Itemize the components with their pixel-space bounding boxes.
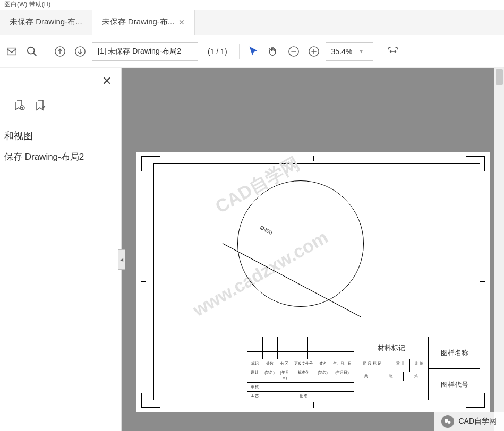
sidebar: ✕ 和视图 保存 Drawing-布局2 — [0, 68, 122, 431]
frame-corner — [484, 156, 485, 171]
tb-label: 第 — [404, 372, 428, 381]
drawing-number-label: 图样代号 — [429, 369, 480, 400]
chevron-down-icon: ▼ — [358, 48, 364, 54]
circle-shape — [237, 180, 364, 307]
tb-label: 张 — [379, 372, 404, 381]
tb-label: (年月日) — [330, 368, 354, 382]
tb-label: 共 — [354, 372, 379, 381]
center-tick — [313, 402, 314, 408]
frame-corner — [141, 156, 142, 171]
document-title: [1] 未保存 Drawing-布局2 — [98, 47, 181, 56]
tb-label: 年、月、日 — [330, 359, 354, 368]
tb-label: 重 量 — [391, 359, 410, 368]
up-arrow-icon[interactable] — [52, 43, 69, 60]
tb-label: 分 区 — [277, 359, 292, 368]
tab-label: 未保存 Drawing-布... — [10, 17, 82, 27]
fit-width-icon[interactable] — [385, 43, 402, 60]
center-tick — [480, 281, 485, 282]
close-icon[interactable]: ✕ — [178, 18, 185, 27]
pan-hand-icon[interactable] — [265, 43, 282, 60]
zoom-value: 35.4% — [331, 47, 353, 56]
frame-corner — [141, 407, 160, 408]
tb-label: 更改文件号 — [292, 359, 315, 368]
tb-label: 阶 段 标 记 — [354, 359, 391, 368]
page-counter: (1 / 1) — [201, 47, 234, 56]
divider — [379, 44, 379, 59]
svg-rect-0 — [7, 48, 16, 55]
tab-label: 未保存 Drawing-布... — [102, 17, 175, 27]
circle-drawing: Ø400 — [237, 180, 364, 307]
mail-icon[interactable] — [3, 43, 20, 60]
panel-collapse-handle[interactable] — [118, 249, 125, 270]
document-tabs: 未保存 Drawing-布... 未保存 Drawing-布... ✕ — [0, 10, 504, 35]
canvas-viewport[interactable]: CAD自学网 www.cadzxw.com Ø400 标记 — [122, 68, 504, 431]
tb-label: (签名) — [315, 368, 330, 382]
frame-corner — [141, 156, 160, 157]
drawing-paper: CAD自学网 www.cadzxw.com Ø400 标记 — [136, 152, 490, 412]
zoom-in-icon[interactable] — [305, 43, 322, 60]
drawing-name-label: 图样名称 — [429, 337, 480, 369]
tb-label: 批 准 — [292, 392, 315, 400]
document-title-box[interactable]: [1] 未保存 Drawing-布局2 — [92, 42, 198, 61]
wechat-icon — [441, 415, 454, 428]
frame-corner — [484, 393, 485, 408]
menu-bar: 图白(W) 带助(H) — [0, 0, 504, 10]
down-arrow-icon[interactable] — [72, 43, 89, 60]
tab-drawing-2[interactable]: 未保存 Drawing-布... ✕ — [92, 10, 195, 35]
tb-label: (签名) — [262, 368, 277, 382]
svg-point-7 — [445, 419, 448, 423]
tb-label: 设 计 — [247, 368, 262, 382]
divider — [46, 44, 46, 59]
divider — [239, 44, 240, 59]
svg-point-8 — [448, 421, 450, 424]
pointer-icon[interactable] — [245, 43, 262, 60]
frame-corner — [466, 407, 485, 408]
tb-label: 工 艺 — [247, 392, 262, 400]
zoom-dropdown[interactable]: 35.4% ▼ — [326, 42, 373, 61]
tb-label: 处数 — [262, 359, 277, 368]
bookmark-check-icon[interactable] — [35, 99, 48, 114]
tb-label: 审 核 — [247, 383, 262, 391]
frame-corner — [466, 156, 485, 157]
footer-text: CAD自学网 — [458, 417, 497, 426]
toolbar: [1] 未保存 Drawing-布局2 (1 / 1) 35.4% ▼ — [0, 35, 504, 68]
frame-corner — [141, 393, 142, 408]
zoom-out-icon[interactable] — [285, 43, 302, 60]
scroll-thumb[interactable] — [496, 69, 503, 85]
tb-label: 签名 — [315, 359, 330, 368]
tb-label: 标记 — [247, 359, 262, 368]
tb-label: (年月日) — [277, 368, 292, 382]
search-icon[interactable] — [23, 43, 40, 60]
svg-point-1 — [28, 47, 35, 54]
sidebar-heading: 和视图 — [4, 130, 117, 142]
center-tick — [141, 281, 146, 282]
bookmark-add-icon[interactable] — [14, 99, 27, 114]
center-tick — [313, 156, 314, 161]
menu-text: 图白(W) 带助(H) — [4, 1, 50, 8]
footer-brand: CAD自学网 — [434, 412, 504, 431]
vertical-scrollbar[interactable] — [494, 68, 504, 431]
title-block: 标记 处数 分 区 更改文件号 签名 年、月、日 设 计 (签名) (年月日) … — [247, 337, 480, 400]
tab-drawing-1[interactable]: 未保存 Drawing-布... — [0, 10, 92, 35]
close-panel-icon[interactable]: ✕ — [102, 74, 112, 88]
tb-label: 比 例 — [410, 359, 428, 368]
tb-label: 标准化 — [292, 368, 315, 382]
material-label: 材料标记 — [354, 337, 428, 359]
sidebar-item[interactable]: 保存 Drawing-布局2 — [4, 151, 117, 163]
